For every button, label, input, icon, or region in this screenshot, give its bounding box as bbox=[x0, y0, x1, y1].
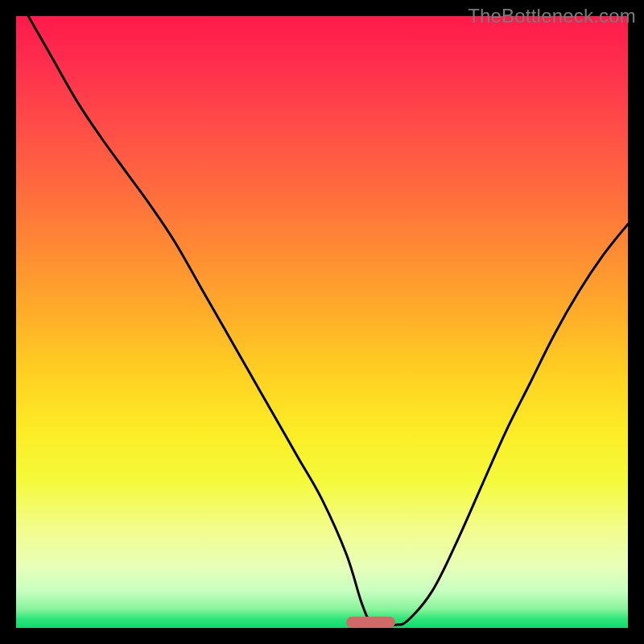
plot-area bbox=[16, 16, 628, 628]
bottleneck-curve bbox=[16, 16, 628, 628]
chart-frame: TheBottleneck.com bbox=[0, 0, 644, 644]
optimum-marker bbox=[346, 617, 395, 628]
watermark-text: TheBottleneck.com bbox=[468, 5, 636, 27]
